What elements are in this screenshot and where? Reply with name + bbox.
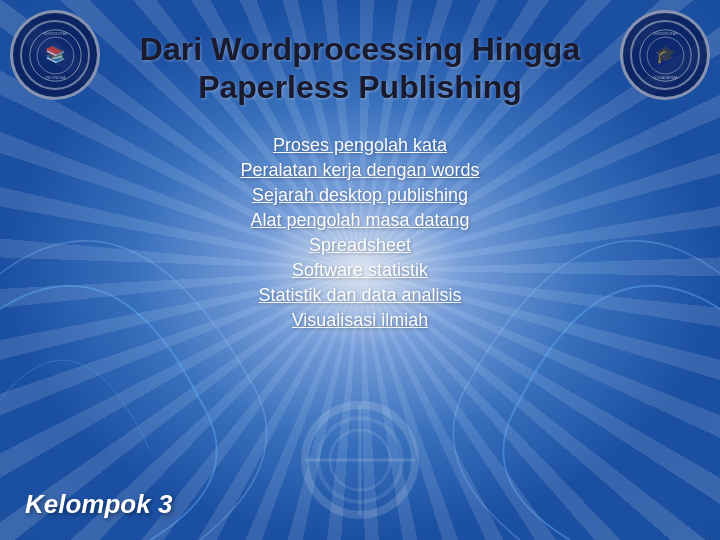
menu-link-1[interactable]: Peralatan kerja dengan words xyxy=(240,160,479,180)
slide-content: Dari Wordprocessing Hingga Paperless Pub… xyxy=(0,0,720,540)
menu-item-3[interactable]: Alat pengolah masa datang xyxy=(240,210,479,231)
menu-item-6[interactable]: Statistik dan data analisis xyxy=(240,285,479,306)
menu-item-5[interactable]: Software statistik xyxy=(240,260,479,281)
menu-item-0[interactable]: Proses pengolah kata xyxy=(240,135,479,156)
title-line2: Paperless Publishing xyxy=(198,69,522,105)
menu-link-0[interactable]: Proses pengolah kata xyxy=(273,135,447,155)
menu-link-2[interactable]: Sejarah desktop publishing xyxy=(252,185,468,205)
slide-title: Dari Wordprocessing Hingga Paperless Pub… xyxy=(140,30,580,107)
menu-list: Proses pengolah kataPeralatan kerja deng… xyxy=(240,135,479,331)
title-line1: Dari Wordprocessing Hingga xyxy=(140,31,580,67)
menu-item-7[interactable]: Visualisasi ilmiah xyxy=(240,310,479,331)
menu-link-4[interactable]: Spreadsheet xyxy=(309,235,411,255)
menu-link-5[interactable]: Software statistik xyxy=(292,260,428,280)
menu-link-7[interactable]: Visualisasi ilmiah xyxy=(292,310,429,330)
menu-item-1[interactable]: Peralatan kerja dengan words xyxy=(240,160,479,181)
menu-item-2[interactable]: Sejarah desktop publishing xyxy=(240,185,479,206)
menu-item-4[interactable]: Spreadsheet xyxy=(240,235,479,256)
menu-link-3[interactable]: Alat pengolah masa datang xyxy=(250,210,469,230)
kelompok-label: Kelompok 3 xyxy=(25,489,172,520)
menu-link-6[interactable]: Statistik dan data analisis xyxy=(258,285,461,305)
